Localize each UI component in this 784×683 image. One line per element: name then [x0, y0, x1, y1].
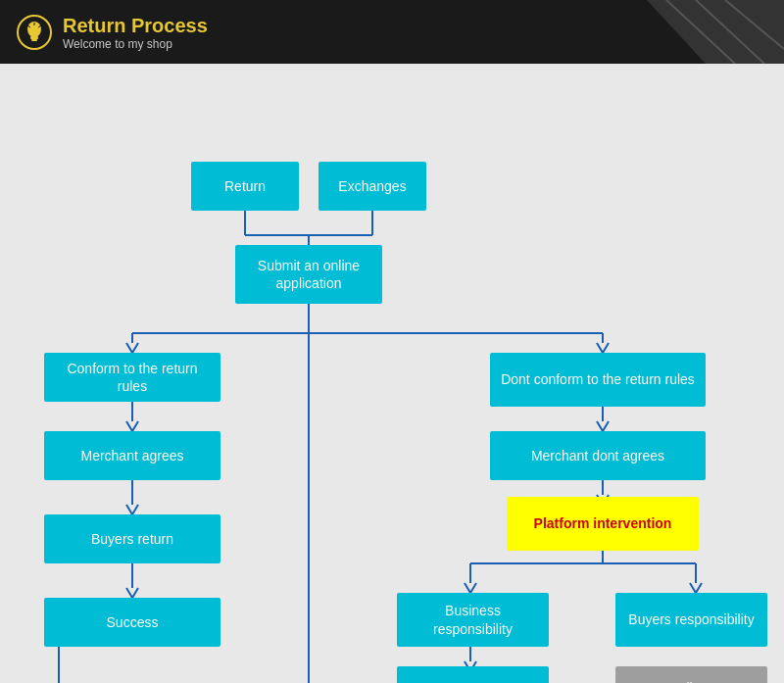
header-title: Return Process	[63, 14, 208, 37]
header-subtitle: Welcome to my shop	[63, 37, 208, 51]
buyers-return-right-box: Buyers return	[397, 666, 549, 683]
logo-icon	[16, 14, 53, 51]
flowchart: Return Exchanges Submit an online applic…	[20, 83, 764, 683]
failure-box: Failure	[615, 666, 767, 683]
main-content: Return Exchanges Submit an online applic…	[0, 64, 784, 683]
svg-rect-2	[30, 36, 38, 39]
logo: Return Process Welcome to my shop	[16, 14, 208, 51]
merchant-agrees-box: Merchant agrees	[44, 431, 220, 480]
dont-conform-box: Dont conform to the return rules	[490, 353, 706, 407]
success-box: Success	[44, 598, 220, 647]
header-text: Return Process Welcome to my shop	[63, 14, 208, 51]
svg-rect-3	[31, 39, 37, 41]
conform-box: Conform to the return rules	[44, 353, 220, 402]
exchanges-box: Exchanges	[318, 162, 426, 211]
merchant-dont-box: Merchant dont agrees	[490, 431, 706, 480]
return-box: Return	[191, 162, 299, 211]
buyers-resp-box: Buyers responsibility	[615, 593, 767, 647]
submit-box: Submit an online application	[235, 245, 382, 304]
platform-intervention-box: Platform intervention	[507, 497, 699, 551]
header: Return Process Welcome to my shop	[0, 0, 784, 64]
header-decoration	[588, 0, 784, 64]
buyers-return-left-box: Buyers return	[44, 514, 220, 563]
business-resp-box: Business responsibility	[397, 593, 549, 647]
